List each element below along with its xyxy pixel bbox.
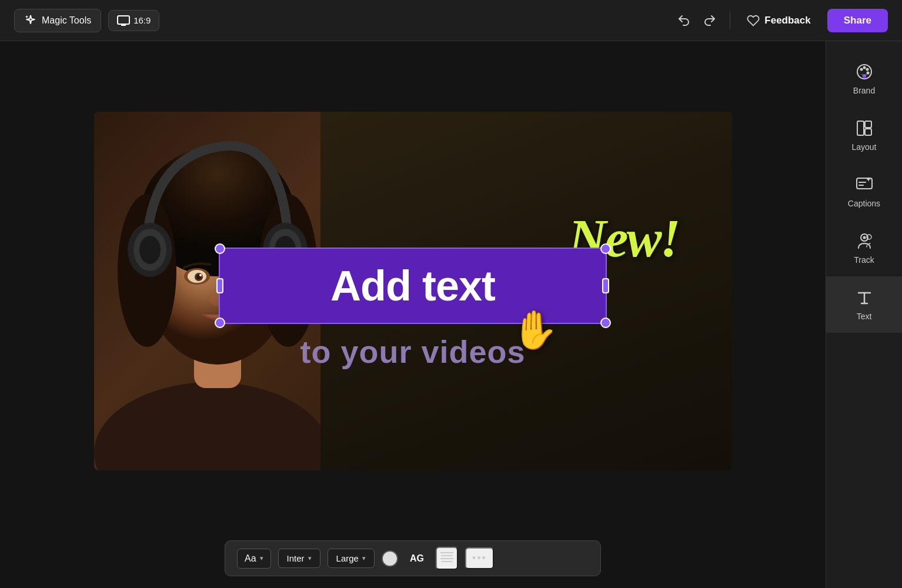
topbar-left: Magic Tools 16:9 <box>14 9 159 32</box>
text-formatting-toolbar: Aa ▾ Inter ▾ Large ▾ AG <box>225 540 601 576</box>
track-label: Track <box>854 255 874 265</box>
handle-middle-left[interactable] <box>216 278 223 293</box>
sidebar-item-text[interactable]: Text <box>826 276 902 333</box>
undo-icon <box>677 14 691 28</box>
undo-redo-group <box>673 10 720 31</box>
svg-rect-36 <box>857 178 872 189</box>
selection-box[interactable]: Add text ✋ <box>219 248 607 324</box>
color-picker-button[interactable] <box>382 550 398 567</box>
text-style-button[interactable]: AG <box>405 550 429 567</box>
captions-label: Captions <box>848 199 880 208</box>
right-sidebar: Brand Layout <box>826 41 902 588</box>
feedback-button[interactable]: Feedback <box>740 9 817 32</box>
font-size-value: Large <box>336 553 359 563</box>
track-icon <box>855 232 874 250</box>
main-area: New! Add text ✋ <box>0 41 902 588</box>
layout-label: Layout <box>851 142 876 152</box>
font-family-button[interactable]: Inter ▾ <box>278 549 320 568</box>
add-text-label: Add text <box>330 262 495 310</box>
svg-point-31 <box>866 72 869 75</box>
subtitle-text: to your videos <box>300 333 525 370</box>
canvas-area: New! Add text ✋ <box>0 41 826 588</box>
handle-middle-right[interactable] <box>602 278 609 293</box>
topbar: Magic Tools 16:9 <box>0 0 902 41</box>
text-icon <box>855 288 874 307</box>
svg-rect-0 <box>118 16 129 24</box>
font-family-label: Inter <box>287 553 305 563</box>
screen-icon <box>117 15 130 26</box>
more-options-button[interactable]: ••• <box>465 547 494 569</box>
video-frame[interactable]: New! Add text ✋ <box>94 112 732 470</box>
svg-point-40 <box>863 236 866 239</box>
text-label: Text <box>857 312 872 321</box>
grab-cursor: ✋ <box>512 308 559 352</box>
video-content: New! Add text ✋ <box>94 112 732 470</box>
captions-icon <box>855 175 874 194</box>
sidebar-item-layout[interactable]: Layout <box>826 107 902 163</box>
more-icon: ••• <box>472 552 487 564</box>
divider <box>730 12 730 29</box>
handle-bottom-left[interactable] <box>215 318 225 328</box>
sidebar-item-brand[interactable]: Brand <box>826 51 902 107</box>
svg-point-29 <box>863 66 866 69</box>
redo-button[interactable] <box>699 10 720 31</box>
svg-rect-33 <box>857 121 864 135</box>
font-size-dropdown-arrow: ▾ <box>260 554 263 562</box>
sidebar-item-captions[interactable]: Captions <box>826 163 902 220</box>
svg-rect-35 <box>865 129 871 135</box>
handle-top-right[interactable] <box>600 243 611 254</box>
handle-bottom-right[interactable] <box>600 318 611 328</box>
svg-point-30 <box>866 68 868 71</box>
svg-rect-34 <box>865 121 871 128</box>
redo-icon <box>703 14 717 28</box>
brand-label: Brand <box>853 86 875 95</box>
undo-button[interactable] <box>673 10 694 31</box>
feedback-label: Feedback <box>764 15 810 26</box>
aspect-ratio-label: 16:9 <box>133 15 151 25</box>
topbar-right: Feedback Share <box>673 9 888 32</box>
share-button[interactable]: Share <box>827 9 888 32</box>
sidebar-item-track[interactable]: Track <box>826 220 902 276</box>
magic-tools-label: Magic Tools <box>42 15 91 26</box>
layout-icon <box>855 119 874 138</box>
font-size-icon-label: Aa <box>245 553 256 564</box>
heart-icon <box>747 14 760 27</box>
share-label: Share <box>844 15 871 26</box>
sparkle-icon <box>24 14 37 27</box>
palette-icon <box>855 62 874 81</box>
font-family-arrow: ▾ <box>308 554 312 562</box>
font-size-selector[interactable]: Large ▾ <box>328 549 375 568</box>
text-badge-label: AG <box>410 553 424 564</box>
text-align-button[interactable] <box>436 547 458 570</box>
align-icon <box>440 552 453 562</box>
svg-point-28 <box>860 68 863 71</box>
aspect-ratio-button[interactable]: 16:9 <box>108 10 159 31</box>
font-size-arrow: ▾ <box>362 554 366 562</box>
magic-tools-button[interactable]: Magic Tools <box>14 9 101 32</box>
handle-top-left[interactable] <box>215 243 225 254</box>
font-size-button[interactable]: Aa ▾ <box>237 549 271 569</box>
